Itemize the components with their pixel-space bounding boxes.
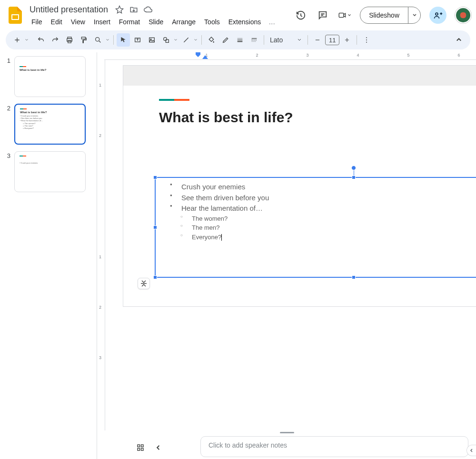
menu-arrange[interactable]: Arrange (168, 17, 199, 27)
menu-edit[interactable]: Edit (47, 17, 66, 27)
resize-handle[interactable] (153, 176, 157, 179)
border-dash-button[interactable] (248, 33, 261, 47)
menu-bar: File Edit View Insert Format Slide Arran… (28, 17, 278, 27)
collapse-filmstrip-icon[interactable] (155, 444, 162, 451)
menu-format[interactable]: Format (115, 17, 144, 27)
slide-title[interactable]: What is best in life? (159, 109, 476, 126)
svg-point-8 (96, 38, 99, 41)
zoom-button[interactable] (91, 33, 105, 47)
history-icon[interactable] (294, 9, 307, 22)
bullet-item[interactable]: Hear the lamentation of… (165, 203, 476, 214)
new-slide-button[interactable] (10, 33, 24, 47)
font-size-decrease[interactable] (311, 33, 324, 47)
svg-point-15 (366, 39, 367, 40)
account-avatar[interactable] (455, 7, 471, 23)
toolbar: Lato 11 (6, 30, 470, 49)
resize-handle[interactable] (352, 176, 356, 179)
bullet-item[interactable]: See them driven before you (165, 193, 476, 204)
select-tool[interactable] (117, 33, 130, 47)
resize-handle[interactable] (153, 275, 157, 279)
resize-handle[interactable] (352, 275, 356, 279)
font-name-label: Lato (270, 36, 283, 44)
svg-rect-2 (339, 13, 344, 18)
textbox-tool[interactable] (131, 33, 144, 47)
fill-color-button[interactable] (205, 33, 218, 47)
sub-bullet-item[interactable]: The men? (165, 223, 476, 233)
svg-rect-7 (81, 37, 85, 39)
slideshow-dropdown[interactable] (408, 7, 420, 23)
comments-icon[interactable] (316, 9, 329, 22)
text-caret (221, 234, 222, 241)
print-button[interactable] (63, 33, 76, 47)
slide-number: 3 (5, 151, 10, 192)
grid-view-icon[interactable] (136, 443, 145, 452)
paint-format-button[interactable] (77, 33, 90, 47)
svg-point-3 (436, 13, 438, 15)
menu-extensions[interactable]: Extensions (225, 17, 265, 27)
font-family-select[interactable]: Lato (267, 36, 305, 44)
svg-rect-21 (141, 449, 144, 451)
side-panel-toggle[interactable] (466, 445, 476, 456)
cloud-status-icon[interactable] (143, 5, 153, 14)
sub-bullet-item[interactable]: Everyone? (165, 233, 476, 242)
accent-bar (159, 99, 189, 101)
collapse-toolbar-button[interactable] (452, 33, 466, 47)
line-tool[interactable] (179, 33, 193, 47)
canvas-viewport[interactable]: What is best in life? (105, 60, 476, 430)
filmstrip[interactable]: 1 What is best in life? 2 What is best i… (0, 52, 98, 459)
menu-view[interactable]: View (67, 17, 89, 27)
slide-number: 2 (5, 104, 10, 145)
indent-marker-left-icon[interactable] (195, 51, 201, 58)
svg-rect-10 (149, 38, 155, 42)
new-slide-dropdown[interactable] (24, 38, 30, 42)
resize-handle[interactable] (153, 225, 157, 229)
line-dropdown[interactable] (193, 38, 198, 42)
ruler-horizontal[interactable]: 1 2 3 4 5 6 (104, 52, 476, 60)
sub-bullet-item[interactable]: The women? (165, 214, 476, 224)
svg-rect-1 (12, 15, 18, 19)
notes-splitter[interactable] (98, 430, 476, 434)
move-icon[interactable] (129, 5, 139, 14)
shape-dropdown[interactable] (173, 38, 178, 42)
border-color-button[interactable] (219, 33, 232, 47)
slideshow-button[interactable]: Slideshow (360, 7, 408, 23)
border-weight-button[interactable] (233, 33, 247, 47)
menu-file[interactable]: File (28, 17, 46, 27)
svg-point-16 (366, 42, 367, 43)
shape-tool[interactable] (159, 33, 173, 47)
autofit-handle-icon[interactable] (138, 278, 150, 289)
svg-point-14 (366, 37, 367, 38)
slides-app-icon[interactable] (7, 7, 24, 24)
image-tool[interactable] (145, 33, 159, 47)
meet-icon[interactable] (338, 9, 351, 22)
menu-slide[interactable]: Slide (145, 17, 167, 27)
slide-canvas[interactable]: What is best in life? (123, 66, 476, 306)
share-button[interactable] (429, 7, 446, 24)
doc-title[interactable]: Untitled presentation (28, 4, 110, 16)
undo-button[interactable] (34, 33, 48, 47)
svg-rect-17 (196, 52, 200, 55)
body-textbox[interactable]: Crush your enemies See them driven befor… (155, 177, 476, 278)
slideshow-button-group: Slideshow (360, 7, 421, 24)
svg-rect-20 (138, 449, 140, 451)
slide-number: 1 (5, 56, 10, 97)
svg-rect-18 (138, 445, 140, 447)
thumbnail-1[interactable]: What is best in life? (14, 56, 86, 97)
indent-marker-first-line-icon[interactable] (202, 55, 208, 59)
menu-insert[interactable]: Insert (90, 17, 114, 27)
rotate-handle[interactable] (351, 166, 356, 170)
star-icon[interactable] (115, 5, 124, 14)
zoom-dropdown[interactable] (105, 38, 110, 42)
ruler-vertical[interactable]: 1 2 1 2 3 (98, 60, 105, 430)
thumbnail-2[interactable]: What is best in life? • Crush your enemi… (14, 104, 86, 145)
font-size-increase[interactable] (340, 33, 354, 47)
redo-button[interactable] (49, 33, 62, 47)
slide-header-band (123, 66, 476, 86)
more-options-button[interactable] (360, 33, 373, 47)
menu-overflow[interactable]: … (266, 17, 278, 27)
font-size-input[interactable]: 11 (325, 35, 339, 45)
thumbnail-3[interactable]: • Crush your enemies (14, 151, 86, 192)
speaker-notes-input[interactable]: Click to add speaker notes (200, 436, 468, 457)
bullet-item[interactable]: Crush your enemies (165, 182, 476, 193)
menu-tools[interactable]: Tools (200, 17, 224, 27)
